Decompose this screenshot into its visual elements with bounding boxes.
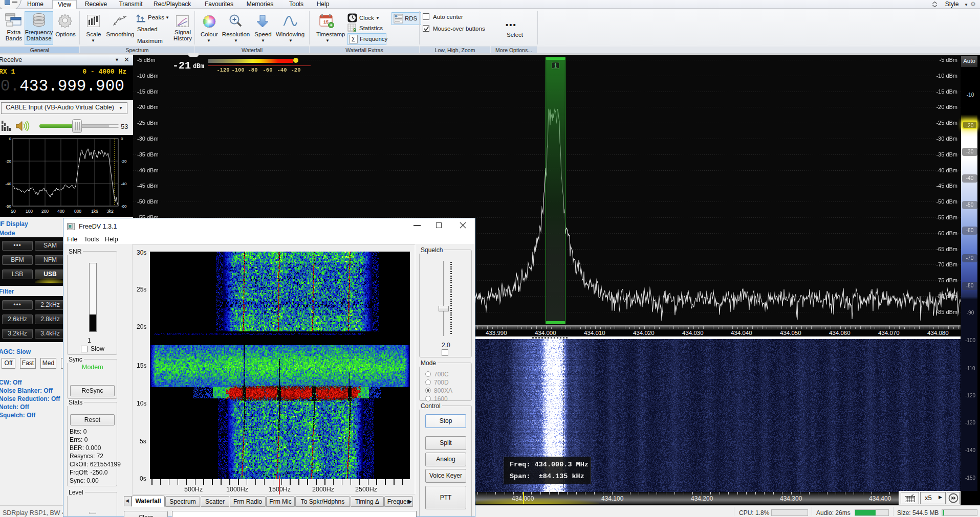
- svg-text:1k6: 1k6: [91, 209, 98, 214]
- svg-text:-40: -40: [121, 182, 127, 186]
- svg-text:9: 9: [353, 28, 356, 33]
- svg-text:-60: -60: [5, 204, 11, 209]
- svg-text:0: 0: [121, 137, 123, 141]
- svg-text:200: 200: [41, 209, 49, 214]
- svg-text:-20: -20: [121, 159, 127, 164]
- svg-text:-20: -20: [5, 159, 11, 164]
- svg-text:-60: -60: [121, 204, 127, 209]
- svg-text:3k2: 3k2: [106, 209, 114, 214]
- svg-text:-40: -40: [5, 182, 11, 186]
- svg-text:0: 0: [9, 137, 12, 141]
- svg-text:800: 800: [74, 209, 81, 214]
- svg-text:100: 100: [26, 209, 33, 214]
- svg-text:50: 50: [11, 209, 16, 214]
- svg-text:15: 15: [323, 19, 329, 25]
- svg-text:400: 400: [57, 209, 64, 214]
